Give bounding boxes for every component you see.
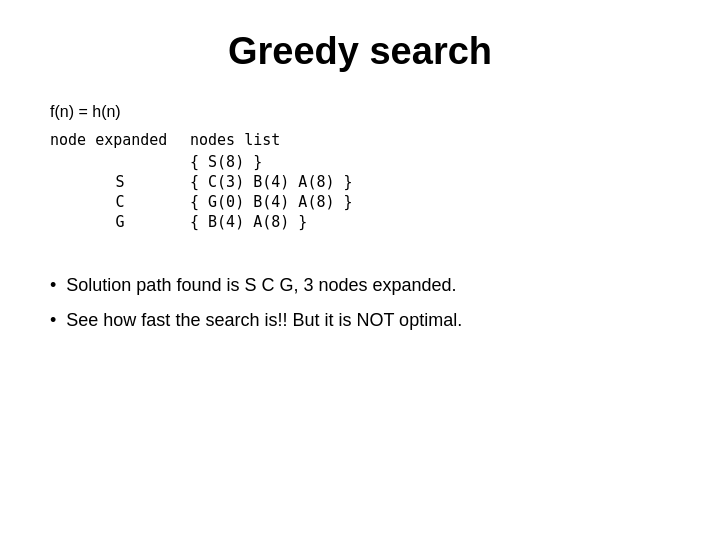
bullets-section: • Solution path found is S C G, 3 nodes … bbox=[50, 273, 670, 333]
list-item: • See how fast the search is!! But it is… bbox=[50, 308, 670, 333]
fn-label: f(n) = h(n) bbox=[50, 103, 670, 121]
table-row: S { C(3) B(4) A(8) } bbox=[50, 173, 670, 191]
table-header: node expanded nodes list bbox=[50, 131, 670, 149]
table-row: C { G(0) B(4) A(8) } bbox=[50, 193, 670, 211]
page: Greedy search f(n) = h(n) node expanded … bbox=[0, 0, 720, 540]
node-cell-1: S bbox=[50, 173, 190, 191]
nodes-cell-0: { S(8) } bbox=[190, 153, 262, 171]
nodes-cell-1: { C(3) B(4) A(8) } bbox=[190, 173, 353, 191]
table-section: node expanded nodes list { S(8) } S { C(… bbox=[50, 131, 670, 233]
header-nodes-list: nodes list bbox=[190, 131, 280, 149]
node-cell-2: C bbox=[50, 193, 190, 211]
list-item: • Solution path found is S C G, 3 nodes … bbox=[50, 273, 670, 298]
page-title: Greedy search bbox=[50, 30, 670, 73]
content-area: f(n) = h(n) node expanded nodes list { S… bbox=[50, 103, 670, 333]
header-node-expanded: node expanded bbox=[50, 131, 190, 149]
bullet-dot-2: • bbox=[50, 308, 56, 333]
nodes-cell-3: { B(4) A(8) } bbox=[190, 213, 307, 231]
nodes-cell-2: { G(0) B(4) A(8) } bbox=[190, 193, 353, 211]
bullet-text-2: See how fast the search is!! But it is N… bbox=[66, 308, 462, 333]
table-row: G { B(4) A(8) } bbox=[50, 213, 670, 231]
bullet-text-1: Solution path found is S C G, 3 nodes ex… bbox=[66, 273, 456, 298]
bullet-dot-1: • bbox=[50, 273, 56, 298]
table-row: { S(8) } bbox=[50, 153, 670, 171]
node-cell-3: G bbox=[50, 213, 190, 231]
